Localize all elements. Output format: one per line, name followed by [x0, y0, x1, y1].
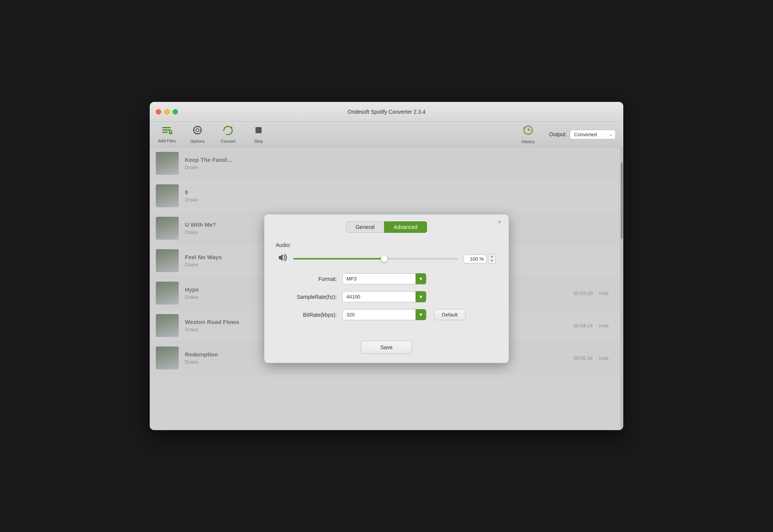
volume-percent-input[interactable]: [464, 255, 487, 263]
app-title: Ondesoft Spotify Converter 2.3.4: [348, 109, 425, 115]
format-row: Format: MP3 AAC FLAC WAV OGG ▼: [276, 273, 497, 284]
volume-thumb[interactable]: [381, 255, 388, 262]
convert-button[interactable]: Convert: [218, 125, 238, 143]
format-select-wrapper[interactable]: MP3 AAC FLAC WAV OGG ▼: [342, 273, 426, 284]
volume-down-button[interactable]: ▼: [488, 259, 495, 263]
dialog-footer: Save: [264, 339, 509, 363]
bitrate-select[interactable]: 320 256 192 128 64: [342, 309, 426, 320]
stop-icon: [254, 125, 264, 137]
svg-rect-9: [197, 133, 198, 134]
history-label: History: [522, 139, 535, 144]
traffic-lights: [156, 109, 178, 114]
app-window: Ondesoft Spotify Converter 2.3.4 Add Fil…: [150, 102, 623, 430]
add-files-label: Add Files: [158, 139, 176, 143]
titlebar: Ondesoft Spotify Converter 2.3.4: [150, 102, 623, 122]
volume-percent-wrapper: ▲ ▼: [464, 254, 496, 264]
dialog-body: Audio:: [264, 238, 509, 339]
add-files-icon: [162, 126, 172, 137]
output-dropdown-wrapper[interactable]: Converted Desktop Documents Custom...: [570, 130, 616, 139]
options-label: Options: [190, 139, 205, 143]
svg-rect-0: [162, 127, 171, 128]
samplerate-label: SampleRate(hz):: [276, 294, 337, 300]
output-label: Output:: [549, 131, 567, 137]
svg-rect-2: [162, 132, 168, 133]
minimize-button[interactable]: [164, 109, 170, 114]
add-files-button[interactable]: Add Files: [157, 126, 176, 143]
bitrate-label: BitRate(kbps):: [276, 312, 337, 318]
save-button[interactable]: Save: [361, 341, 412, 354]
audio-section-label: Audio:: [276, 242, 497, 248]
history-icon: [523, 125, 534, 138]
convert-icon: [223, 125, 233, 137]
bitrate-row: BitRate(kbps): 320 256 192 128 64 ▼ De: [276, 309, 497, 320]
fullscreen-button[interactable]: [173, 109, 178, 114]
stop-label: Stop: [254, 139, 263, 143]
dialog-overlay: × General Advanced Audio:: [150, 147, 623, 430]
stop-button[interactable]: Stop: [249, 125, 268, 143]
volume-row: ▲ ▼: [276, 253, 497, 264]
format-select[interactable]: MP3 AAC FLAC WAV OGG: [342, 273, 426, 284]
default-button[interactable]: Default: [434, 309, 466, 320]
volume-fill: [293, 258, 384, 260]
samplerate-select-wrapper[interactable]: 44100 22050 11025 48000 ▼: [342, 291, 426, 302]
format-label: Format:: [276, 276, 337, 282]
volume-slider[interactable]: [293, 255, 458, 263]
tab-general[interactable]: General: [346, 221, 384, 233]
svg-rect-8: [197, 126, 198, 127]
dialog-tabs: General Advanced: [264, 214, 509, 238]
svg-point-7: [196, 129, 199, 132]
output-dropdown[interactable]: Converted Desktop Documents Custom...: [570, 130, 616, 139]
close-icon[interactable]: ×: [496, 218, 503, 226]
close-button[interactable]: [156, 109, 161, 114]
volume-track: [293, 258, 458, 260]
convert-label: Convert: [221, 139, 236, 143]
svg-rect-1: [162, 129, 171, 131]
options-dialog: × General Advanced Audio:: [264, 214, 509, 363]
svg-rect-12: [256, 127, 262, 133]
svg-rect-11: [200, 130, 202, 131]
output-section: Output: Converted Desktop Documents Cust…: [549, 130, 616, 139]
history-button[interactable]: History: [519, 125, 538, 144]
options-button[interactable]: Options: [188, 125, 207, 143]
samplerate-row: SampleRate(hz): 44100 22050 11025 48000 …: [276, 291, 497, 302]
toolbar: Add Files Options: [150, 122, 623, 147]
main-content: Keep The Famil… Drake 9 Drake: [150, 147, 623, 430]
volume-icon: [277, 253, 288, 264]
svg-rect-10: [193, 130, 195, 131]
tab-advanced[interactable]: Advanced: [384, 221, 427, 233]
svg-rect-5: [170, 131, 171, 133]
volume-stepper: ▲ ▼: [488, 254, 496, 264]
bitrate-select-wrapper[interactable]: 320 256 192 128 64 ▼: [342, 309, 426, 320]
volume-up-button[interactable]: ▲: [488, 254, 495, 259]
samplerate-select[interactable]: 44100 22050 11025 48000: [342, 291, 426, 302]
options-icon: [192, 125, 202, 137]
